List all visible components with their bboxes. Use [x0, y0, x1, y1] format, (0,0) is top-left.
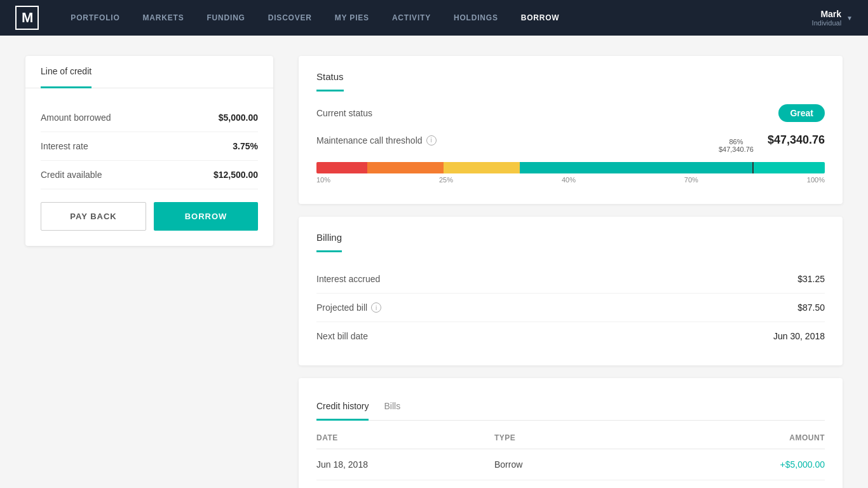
row-date: Jun 18, 2018 — [316, 459, 494, 470]
nav-funding[interactable]: FUNDING — [195, 0, 256, 36]
current-status-label: Current status — [316, 108, 372, 118]
threshold-info-icon[interactable]: i — [426, 135, 437, 146]
user-type: Individual — [812, 19, 841, 27]
right-panel: Status Current status Great Maintenance … — [299, 56, 843, 488]
interest-accrued-label: Interest accrued — [316, 274, 380, 284]
credit-available-value: $12,500.00 — [214, 170, 258, 180]
bar-teal — [520, 162, 754, 173]
amount-borrowed-row: Amount borrowed $5,000.00 — [41, 104, 258, 132]
payback-button[interactable]: PAY BACK — [41, 202, 146, 231]
user-name: Mark — [812, 9, 841, 19]
table-row: Jun 18, 2018 Borrow +$5,000.00 — [316, 449, 825, 480]
threshold-value: $47,340.76 — [768, 133, 825, 147]
projected-bill-info-icon[interactable]: i — [371, 302, 381, 313]
logo[interactable]: M — [15, 6, 39, 30]
interest-rate-label: Interest rate — [41, 141, 88, 151]
status-section-title: Status — [316, 71, 344, 92]
bar-teal-light — [754, 162, 825, 173]
credit-available-label: Credit available — [41, 170, 102, 180]
progress-label-70: 70% — [684, 176, 698, 184]
bar-red — [316, 162, 367, 173]
billing-section: Billing Interest accrued $31.25 Projecte… — [299, 217, 843, 365]
history-tabs: Credit history Bills — [316, 393, 825, 421]
nav-mypies[interactable]: MY PIES — [323, 0, 381, 36]
interest-rate-row: Interest rate 3.75% — [41, 132, 258, 161]
projected-bill-label: Projected bill i — [316, 302, 381, 313]
interest-rate-value: 3.75% — [233, 141, 258, 151]
progress-bar-track — [316, 162, 825, 173]
progress-label-100: 100% — [807, 176, 825, 184]
nav-borrow[interactable]: BORROW — [510, 0, 571, 36]
history-section: Credit history Bills Date Type Amount Ju… — [299, 378, 843, 488]
threshold-label: Maintenance call threshold i — [316, 135, 437, 146]
nav-portfolio[interactable]: PORTFOLIO — [59, 0, 131, 36]
table-header: Date Type Amount — [316, 433, 825, 449]
progress-annotation: 86% $47,340.76 — [719, 138, 754, 153]
user-menu[interactable]: Mark Individual ▼ — [812, 9, 853, 27]
status-badge: Great — [778, 104, 825, 122]
billing-section-title: Billing — [316, 232, 342, 252]
col-amount-header: Amount — [672, 433, 825, 442]
progress-label-40: 40% — [562, 176, 576, 184]
col-date-header: Date — [316, 433, 494, 442]
progress-val: $47,340.76 — [719, 146, 754, 153]
amount-borrowed-value: $5,000.00 — [219, 112, 258, 123]
credit-available-row: Credit available $12,500.00 — [41, 161, 258, 189]
next-bill-date-row: Next bill date Jun 30, 2018 — [316, 322, 825, 350]
col-type-header: Type — [494, 433, 672, 442]
user-info: Mark Individual — [812, 9, 841, 27]
chevron-down-icon: ▼ — [846, 15, 853, 22]
tab-credit-history[interactable]: Credit history — [316, 393, 369, 421]
interest-accrued-value: $31.25 — [797, 274, 825, 284]
progress-pct: 86% — [719, 138, 754, 146]
progress-label-25: 25% — [439, 176, 453, 184]
next-bill-date-value: Jun 30, 2018 — [773, 331, 825, 341]
tab-bills[interactable]: Bills — [384, 393, 400, 421]
interest-accrued-row: Interest accrued $31.25 — [316, 265, 825, 294]
navbar: M PORTFOLIO MARKETS FUNDING DISCOVER MY … — [0, 0, 868, 36]
nav-holdings[interactable]: HOLDINGS — [442, 0, 510, 36]
next-bill-date-label: Next bill date — [316, 331, 368, 341]
nav-markets[interactable]: MARKETS — [132, 0, 196, 36]
line-of-credit-panel: Line of credit Amount borrowed $5,000.00… — [25, 56, 273, 246]
progress-label-10: 10% — [316, 176, 330, 184]
progress-labels: 10% 25% 40% 70% 100% — [316, 176, 825, 184]
progress-marker — [752, 162, 754, 173]
tab-line-of-credit[interactable]: Line of credit — [41, 56, 92, 88]
projected-bill-row: Projected bill i $87.50 — [316, 294, 825, 322]
nav-activity[interactable]: ACTIVITY — [381, 0, 442, 36]
bar-orange — [367, 162, 444, 173]
progress-bar-container: 86% $47,340.76 10% 25% 40% 70% 100% — [316, 162, 825, 184]
row-type: Borrow — [494, 459, 672, 470]
row-amount: +$5,000.00 — [672, 459, 825, 470]
page-content: Line of credit Amount borrowed $5,000.00… — [0, 36, 868, 488]
current-status-row: Current status Great — [316, 104, 825, 122]
panel-body: Amount borrowed $5,000.00 Interest rate … — [25, 88, 273, 246]
bar-yellow — [444, 162, 520, 173]
projected-bill-value: $87.50 — [797, 302, 825, 313]
nav-discover[interactable]: DISCOVER — [257, 0, 323, 36]
nav-links: PORTFOLIO MARKETS FUNDING DISCOVER MY PI… — [59, 0, 811, 36]
status-section: Status Current status Great Maintenance … — [299, 56, 843, 204]
action-buttons: PAY BACK BORROW — [41, 202, 258, 231]
amount-borrowed-label: Amount borrowed — [41, 112, 111, 123]
panel-tabs: Line of credit — [25, 56, 273, 88]
borrow-button[interactable]: BORROW — [154, 202, 258, 231]
